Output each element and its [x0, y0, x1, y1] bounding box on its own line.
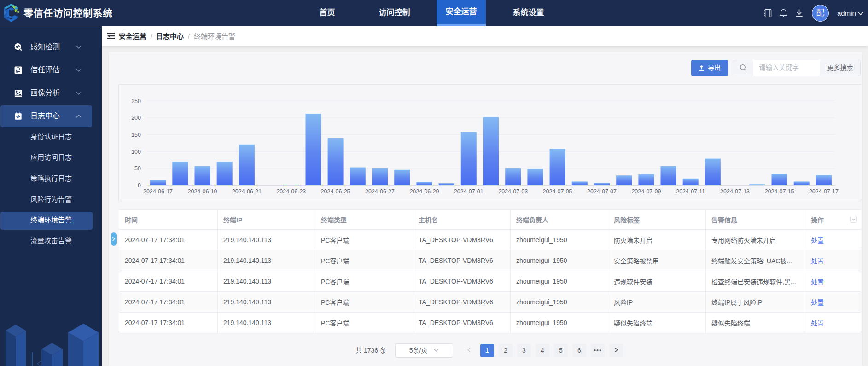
- svg-text:2024-06-21: 2024-06-21: [232, 188, 262, 195]
- svg-text:150: 150: [131, 132, 141, 138]
- svg-text:2024-07-05: 2024-07-05: [543, 188, 572, 195]
- svg-text:2024-07-03: 2024-07-03: [498, 188, 528, 195]
- svg-text:2024-06-17: 2024-06-17: [143, 188, 173, 195]
- svg-text:100: 100: [131, 149, 141, 155]
- svg-text:2024-07-15: 2024-07-15: [765, 188, 794, 195]
- svg-text:200: 200: [131, 115, 141, 121]
- svg-text:2024-07-11: 2024-07-11: [676, 188, 705, 195]
- svg-text:2024-06-29: 2024-06-29: [409, 188, 439, 195]
- svg-text:0: 0: [138, 182, 141, 189]
- svg-text:250: 250: [131, 98, 141, 105]
- svg-text:2024-07-01: 2024-07-01: [454, 188, 484, 195]
- svg-text:2024-07-17: 2024-07-17: [809, 188, 839, 195]
- svg-text:50: 50: [134, 165, 141, 172]
- svg-text:2024-07-09: 2024-07-09: [631, 188, 661, 195]
- svg-text:2024-07-07: 2024-07-07: [587, 188, 617, 195]
- svg-text:2024-07-13: 2024-07-13: [720, 188, 750, 195]
- svg-text:2024-06-19: 2024-06-19: [188, 188, 217, 195]
- svg-text:2024-06-27: 2024-06-27: [365, 188, 395, 195]
- svg-text:2024-06-23: 2024-06-23: [276, 188, 306, 195]
- svg-text:2024-06-25: 2024-06-25: [321, 188, 350, 195]
